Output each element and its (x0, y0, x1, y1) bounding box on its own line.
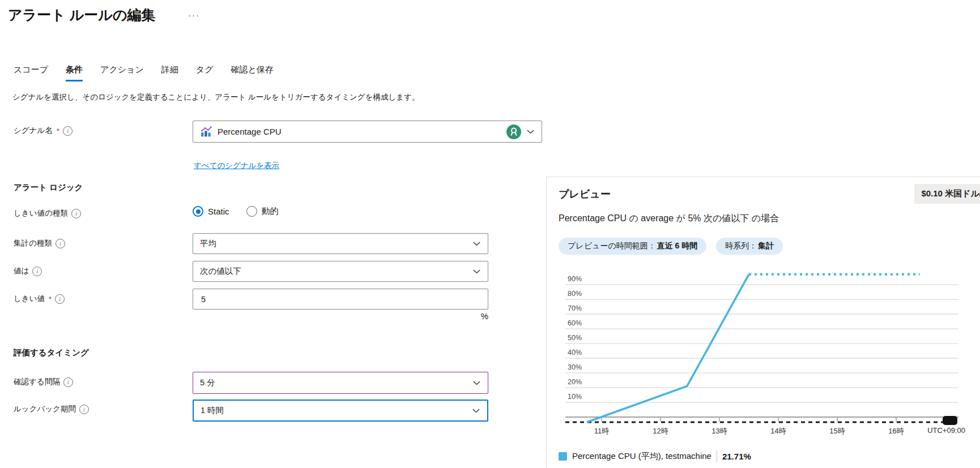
required-mark: * (57, 127, 59, 135)
threshold-handle[interactable] (943, 416, 957, 425)
tab-5[interactable]: 確認と保存 (231, 65, 274, 81)
lookback-select[interactable]: 1 時間 (193, 400, 488, 422)
threshold-input-wrap (193, 289, 488, 310)
metrics-icon (200, 126, 212, 138)
timezone-label: UTC+09:00 (911, 426, 965, 435)
info-icon[interactable] (63, 377, 73, 387)
legend-current-value: 21.71% (722, 452, 751, 461)
time-series-pill[interactable]: 時系列：集計 (716, 238, 783, 255)
threshold-value-label: しきい値 * (14, 294, 65, 304)
threshold-input[interactable] (200, 294, 481, 304)
info-icon[interactable] (63, 126, 73, 136)
radio-static[interactable]: Static (193, 206, 229, 217)
alert-logic-heading: アラート ロジック (14, 182, 83, 193)
tab-bar: スコープ条件アクション詳細タグ確認と保存 (14, 65, 274, 81)
frequency-select[interactable]: 5 分 (193, 372, 488, 394)
tab-0[interactable]: スコープ (14, 65, 48, 81)
preview-chart: 90%80%70%60%50%40%30%20%10%11時12時13時14時1… (559, 262, 970, 443)
time-range-pill[interactable]: プレビューの時間範囲：直近 6 時間 (559, 238, 706, 255)
required-mark: * (49, 295, 52, 303)
legend-series-name: Percentage CPU (平均), testmachine (572, 451, 711, 462)
chevron-down-icon[interactable] (472, 267, 481, 276)
show-all-signals-link[interactable]: すべてのシグナルを表示 (194, 161, 279, 171)
threshold-type-label: しきい値の種類 (14, 208, 81, 218)
chevron-down-icon[interactable] (526, 127, 535, 136)
radio-unselected-icon[interactable] (246, 206, 257, 217)
more-options-button[interactable]: ··· (188, 10, 200, 20)
preview-condition-text: Percentage CPU の average が 5% 次の値以下 の場合 (559, 213, 980, 225)
threshold-unit: % (193, 311, 488, 321)
chevron-down-icon[interactable] (472, 406, 480, 415)
tab-1[interactable]: 条件 (66, 65, 83, 81)
chart-canvas (559, 262, 970, 443)
condition-description: シグナルを選択し、そのロジックを定義することにより、アラート ルールをトリガーす… (12, 92, 419, 102)
tab-4[interactable]: タグ (196, 65, 214, 81)
metric-line-actual (587, 274, 749, 422)
alert-rule-edit-page: アラート ルールの編集 ··· スコープ条件アクション詳細タグ確認と保存 シグナ… (0, 0, 980, 468)
chart-legend: Percentage CPU (平均), testmachine 21.71% (559, 450, 980, 462)
lookback-label: ルックバック期間 (14, 404, 89, 414)
preview-heading: プレビュー (559, 184, 611, 201)
info-icon[interactable] (55, 294, 65, 304)
chevron-down-icon[interactable] (472, 379, 481, 387)
info-icon[interactable] (32, 267, 42, 276)
info-icon[interactable] (56, 239, 65, 248)
preview-panel: プレビュー $0.10 米国ドル/月 Percentage CPU の aver… (546, 177, 980, 468)
chevron-down-icon[interactable] (472, 239, 481, 248)
recommended-signal-badge-icon (506, 124, 521, 139)
signal-name-select[interactable]: Percentage CPU (193, 121, 542, 143)
threshold-type-radio-group: Static 動的 (193, 206, 279, 217)
info-icon[interactable] (71, 209, 81, 218)
info-icon[interactable] (79, 405, 89, 414)
legend-separator (717, 450, 717, 462)
radio-selected-icon[interactable] (193, 206, 203, 217)
legend-swatch-icon (559, 452, 567, 461)
operator-select[interactable]: 次の値以下 (193, 261, 488, 282)
aggregation-select[interactable]: 平均 (193, 233, 488, 254)
radio-dynamic[interactable]: 動的 (246, 206, 279, 217)
operator-label: 値は (14, 266, 42, 276)
tab-2[interactable]: アクション (100, 65, 144, 81)
tab-3[interactable]: 詳細 (161, 65, 178, 81)
page-title: アラート ルールの編集 (8, 6, 155, 24)
evaluation-heading: 評価するタイミング (14, 347, 89, 358)
signal-name-label: シグナル名 * (14, 126, 73, 136)
signal-name-value: Percentage CPU (218, 127, 501, 136)
cost-badge: $0.10 米国ドル/月 (914, 184, 980, 204)
aggregation-label: 集計の種類 (14, 238, 65, 248)
frequency-label: 確認する間隔 (14, 377, 73, 387)
